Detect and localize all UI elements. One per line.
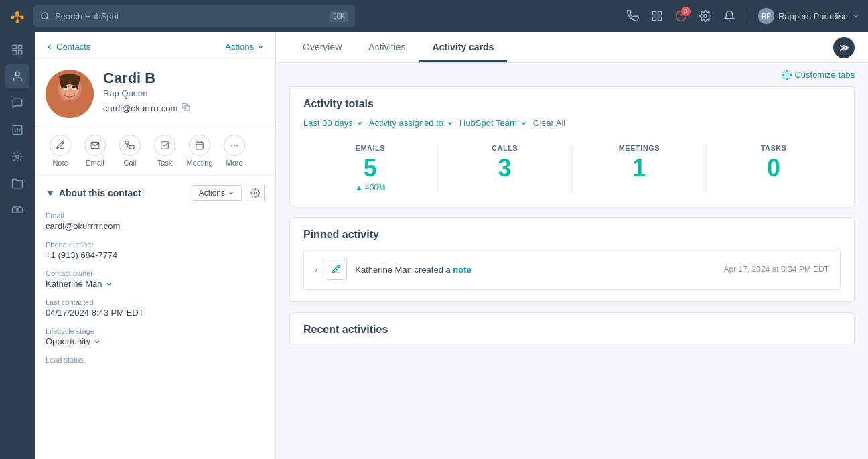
svg-rect-40 [185,106,190,111]
settings-icon[interactable] [699,9,712,23]
svg-rect-10 [658,11,661,15]
svg-rect-17 [13,45,16,48]
svg-rect-42 [196,142,204,149]
owner-dropdown-icon [105,280,113,288]
svg-rect-19 [19,51,22,54]
svg-rect-27 [13,208,17,212]
property-last-contacted: Last contacted 04/17/2024 8:43 PM EDT [46,298,265,318]
contact-actions-button[interactable]: Actions [225,42,265,52]
user-name: Rappers Paradise [778,11,848,21]
svg-point-21 [15,72,19,76]
svg-point-16 [704,15,707,18]
meetings-value: 1 [632,156,646,180]
last30-chevron-icon [356,119,364,127]
activity-assigned-label: Activity assigned to [369,118,443,128]
recent-activities-card: Recent activities [289,312,855,344]
last-30-days-filter[interactable]: Last 30 days [303,118,364,128]
grid-nav-icon[interactable] [650,9,664,23]
call-icon [119,135,141,156]
nav-divider [747,8,747,24]
tab-activity-cards[interactable]: Activity cards [419,32,508,62]
pinned-link[interactable]: note [453,265,471,275]
sidebar-icon-grid[interactable] [5,38,29,62]
property-lifecycle-value[interactable]: Opportunity [46,336,265,346]
stats-row: EMAILS 5 ▲ 400% CALLS 3 MEETINGS 1 [290,136,854,206]
activity-assigned-filter[interactable]: Activity assigned to [369,118,454,128]
meeting-button[interactable]: Meeting [185,135,214,167]
activity-totals-card: Activity totals Last 30 days Activity as… [289,86,855,206]
property-phone: Phone number +1 (913) 684-7774 [46,241,265,260]
about-title-label: About this contact [59,188,141,198]
stat-emails: EMAILS 5 ▲ 400% [303,144,438,192]
svg-point-7 [42,13,48,19]
task-button[interactable]: Task [150,135,179,167]
contact-profile: Cardi B Rap Queen cardi@okurrrrr.com [35,59,275,127]
hubspot-logo[interactable] [8,7,27,25]
more-icon [224,135,245,156]
svg-rect-12 [652,17,656,21]
search-bar[interactable]: Search HubSpot ⌘K [33,5,355,27]
property-owner-value[interactable]: Katherine Man [46,279,265,289]
hubspot-team-filter[interactable]: HubSpot Team [459,118,528,128]
sidebar-icon-inbox[interactable] [5,91,29,115]
gear-icon [250,188,260,198]
property-phone-value: +1 (913) 684-7774 [46,250,265,260]
clear-all-button[interactable]: Clear All [533,118,565,128]
email-button[interactable]: Email [80,135,110,167]
notif-badge: 3 [681,7,691,16]
user-dropdown-icon [852,12,860,20]
property-email-value: cardi@okurrrrr.com [46,221,265,231]
call-label: Call [124,159,137,167]
note-button[interactable]: Note [46,135,75,167]
svg-point-46 [231,145,232,145]
stat-calls: CALLS 3 [438,144,573,192]
phone-icon[interactable] [626,9,640,23]
contacts-breadcrumb[interactable]: Contacts [46,42,90,52]
copy-email-icon[interactable] [182,103,190,113]
collapse-panel-button[interactable]: ≫ [833,37,855,58]
hubspot-team-label: HubSpot Team [459,118,517,128]
about-actions-button[interactable]: Actions [192,185,242,201]
meeting-icon [189,135,210,156]
tab-overview[interactable]: Overview [289,32,355,62]
task-label: Task [157,159,173,167]
bell-icon[interactable] [723,9,736,23]
email-label: Email [86,159,104,167]
search-placeholder: Search HubSpot [55,11,119,21]
stat-meetings: MEETINGS 1 [573,144,707,192]
customize-bar: Customize tabs [276,63,868,86]
notifications-icon[interactable]: 3 [674,9,688,23]
call-button[interactable]: Call [115,135,145,167]
svg-rect-11 [658,17,661,21]
about-settings-button[interactable] [246,184,265,202]
sidebar-icon-reports[interactable] [5,118,29,142]
svg-point-0 [15,11,19,15]
about-title: ▼ About this contact [46,188,141,198]
customize-tabs-link[interactable]: Customize tabs [782,70,855,80]
contact-avatar [46,70,94,118]
top-nav: Search HubSpot ⌘K 3 [0,0,868,32]
last-30-days-label: Last 30 days [303,118,353,128]
more-button[interactable]: More [220,135,249,167]
property-phone-label: Phone number [46,241,265,249]
svg-rect-28 [18,208,23,212]
topnav-right: 3 RP Rappers Paradise [626,8,860,24]
emails-label: EMAILS [356,144,386,152]
property-lead-status-label: Lead status [46,356,265,364]
sidebar-icon-folder[interactable] [5,172,29,196]
about-actions-label: Actions [199,188,225,198]
user-menu[interactable]: RP Rappers Paradise [758,8,860,24]
pinned-expand-icon[interactable]: › [315,265,317,275]
note-icon [50,135,71,156]
svg-rect-9 [652,11,656,15]
svg-point-49 [254,192,257,194]
pinned-actor: Katherine Man [355,265,412,275]
pinned-activity-text: Katherine Man created a note [355,265,715,275]
about-chevron-icon: ▼ [46,188,55,198]
sidebar-icon-automation[interactable] [5,145,29,169]
team-chevron-icon [520,119,528,127]
tasks-value: 0 [767,156,780,180]
tab-activities[interactable]: Activities [355,32,419,62]
sidebar-icon-contacts[interactable] [5,64,29,88]
sidebar-icon-integrations[interactable] [5,198,29,222]
